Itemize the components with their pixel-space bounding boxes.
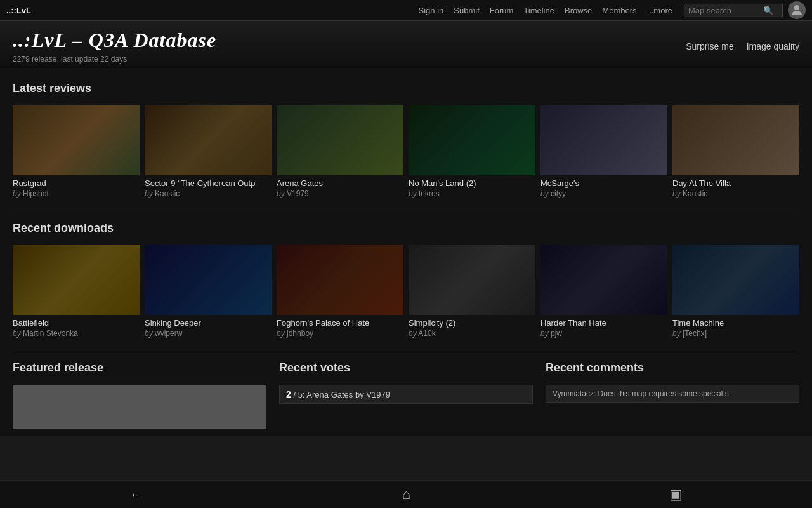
map-thumbnail xyxy=(145,105,272,175)
map-thumbnail xyxy=(540,105,667,175)
site-subtitle: 2279 release, last update 22 days xyxy=(13,55,216,64)
map-author: by wviperw xyxy=(145,329,272,338)
search-input[interactable] xyxy=(688,6,758,15)
map-name: Sector 9 "The Cytherean Outp xyxy=(145,178,272,188)
map-author: by A10k xyxy=(409,329,535,338)
nav-signin[interactable]: Sign in xyxy=(419,6,444,15)
android-navigation: ← ⌂ ▣ xyxy=(0,480,812,508)
map-name: Foghorn's Palace of Hate xyxy=(277,318,403,328)
map-name: Rustgrad xyxy=(13,178,140,188)
latest-reviews-section: Latest reviews Rustgradby HipshotSector … xyxy=(13,82,799,198)
vote-score: 2 xyxy=(286,389,291,399)
map-name: Battlefield xyxy=(13,318,140,328)
latest-reviews-title: Latest reviews xyxy=(13,82,799,98)
map-author: by johnboy xyxy=(277,329,403,338)
map-name: McSarge's xyxy=(540,178,667,188)
recent-votes-list: 2 / 5: Arena Gates by V1979 xyxy=(279,385,533,404)
map-card[interactable]: McSarge'sby cityy xyxy=(540,105,667,198)
recent-button[interactable]: ▣ xyxy=(669,486,683,503)
map-author: by Martin Stevonka xyxy=(13,329,140,338)
featured-thumb[interactable] xyxy=(13,385,266,429)
map-author: by Kaustic xyxy=(145,189,272,198)
recent-downloads-grid: Battlefieldby Martin StevonkaSinking Dee… xyxy=(13,245,799,338)
recent-votes-col: Recent votes 2 / 5: Arena Gates by V1979 xyxy=(279,361,546,429)
recent-downloads-section: Recent downloads Battlefieldby Martin St… xyxy=(13,222,799,338)
home-button[interactable]: ⌂ xyxy=(402,486,410,503)
site-title: ..:LvL – Q3A Database xyxy=(13,29,216,52)
map-name: Sinking Deeper xyxy=(145,318,272,328)
map-author: by [Techx] xyxy=(672,329,799,338)
map-card[interactable]: Rustgradby Hipshot xyxy=(13,105,140,198)
recent-comments-title: Recent comments xyxy=(546,361,799,377)
nav-forum[interactable]: Forum xyxy=(490,6,514,15)
map-name: Day At The Villa xyxy=(672,178,799,188)
map-card[interactable]: Foghorn's Palace of Hateby johnboy xyxy=(277,245,403,338)
map-author: by cityy xyxy=(540,189,667,198)
header-actions: Surprise me Image quality xyxy=(686,41,799,51)
map-card[interactable]: Arena Gatesby V1979 xyxy=(277,105,403,198)
nav-submit[interactable]: Submit xyxy=(454,6,479,15)
svg-point-0 xyxy=(794,5,799,10)
map-thumbnail xyxy=(409,245,535,315)
map-card[interactable]: Sector 9 "The Cytherean Outpby Kaustic xyxy=(145,105,272,198)
map-card[interactable]: Day At The Villaby Kaustic xyxy=(672,105,799,198)
nav-more[interactable]: ...more xyxy=(647,6,672,15)
map-name: Simplicity (2) xyxy=(409,318,535,328)
bottom-sections: Featured release Recent votes 2 / 5: Are… xyxy=(13,361,799,429)
recent-votes-title: Recent votes xyxy=(279,361,533,377)
main-content: Latest reviews Rustgradby HipshotSector … xyxy=(0,69,812,436)
search-icon[interactable]: 🔍 xyxy=(763,6,773,15)
map-card[interactable]: Time Machineby [Techx] xyxy=(672,245,799,338)
featured-release-title: Featured release xyxy=(13,361,266,377)
map-thumbnail xyxy=(409,105,535,175)
map-author: by tekros xyxy=(409,189,535,198)
surprise-me-button[interactable]: Surprise me xyxy=(686,41,733,51)
map-card[interactable]: Sinking Deeperby wviperw xyxy=(145,245,272,338)
back-button[interactable]: ← xyxy=(129,486,143,503)
map-card[interactable]: No Man's Land (2)by tekros xyxy=(409,105,535,198)
map-thumbnail xyxy=(540,245,667,315)
map-thumbnail xyxy=(13,245,140,315)
image-quality-button[interactable]: Image quality xyxy=(747,41,799,51)
map-author: by V1979 xyxy=(277,189,403,198)
recent-comments-list: Vymmiatacz: Does this map requires some … xyxy=(546,385,799,403)
nav-timeline[interactable]: Timeline xyxy=(523,6,554,15)
recent-comments-col: Recent comments Vymmiatacz: Does this ma… xyxy=(546,361,799,429)
map-author: by Kaustic xyxy=(672,189,799,198)
featured-release-col: Featured release xyxy=(13,361,279,429)
latest-reviews-grid: Rustgradby HipshotSector 9 "The Cytherea… xyxy=(13,105,799,198)
map-name: Time Machine xyxy=(672,318,799,328)
site-header: ..:LvL – Q3A Database 2279 release, last… xyxy=(0,21,812,69)
map-thumbnail xyxy=(13,105,140,175)
map-thumbnail xyxy=(145,245,272,315)
map-name: Harder Than Hate xyxy=(540,318,667,328)
recent-downloads-title: Recent downloads xyxy=(13,222,799,237)
nav-members[interactable]: Members xyxy=(602,6,636,15)
map-author: by Hipshot xyxy=(13,189,140,198)
map-card[interactable]: Battlefieldby Martin Stevonka xyxy=(13,245,140,338)
map-thumbnail xyxy=(277,105,403,175)
search-box: 🔍 xyxy=(684,4,783,17)
avatar[interactable] xyxy=(788,1,806,19)
brand-link[interactable]: ..::LvL xyxy=(6,6,31,15)
top-navigation: ..::LvL Sign in Submit Forum Timeline Br… xyxy=(0,0,812,21)
map-author: by pjw xyxy=(540,329,667,338)
map-name: No Man's Land (2) xyxy=(409,178,535,188)
vote-detail: / 5: Arena Gates by V1979 xyxy=(291,390,390,399)
map-name: Arena Gates xyxy=(277,178,403,188)
map-card[interactable]: Simplicity (2)by A10k xyxy=(409,245,535,338)
map-thumbnail xyxy=(672,245,799,315)
nav-browse[interactable]: Browse xyxy=(565,6,592,15)
vote-item[interactable]: 2 / 5: Arena Gates by V1979 xyxy=(279,385,533,404)
comment-item[interactable]: Vymmiatacz: Does this map requires some … xyxy=(546,385,799,403)
map-thumbnail xyxy=(277,245,403,315)
map-card[interactable]: Harder Than Hateby pjw xyxy=(540,245,667,338)
map-thumbnail xyxy=(672,105,799,175)
